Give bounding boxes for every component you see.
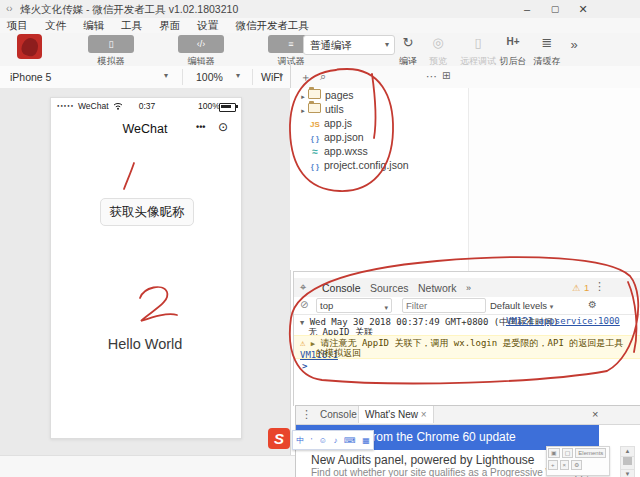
battery-percent: 100% xyxy=(198,101,220,111)
menu-settings[interactable]: 设置 xyxy=(197,18,218,33)
settings-gear-icon[interactable]: ⚙ xyxy=(588,299,597,310)
clear-console-icon[interactable]: ⊘ xyxy=(300,299,308,310)
dock-icon[interactable]: ▣ xyxy=(548,448,560,458)
compile-icon[interactable]: ↻ xyxy=(396,35,420,50)
ime-mode-icon[interactable]: 中 xyxy=(296,435,304,446)
tree-item-label: pages xyxy=(325,89,354,101)
capsule-home-icon[interactable]: ⊙ xyxy=(218,120,228,134)
scrollbar[interactable]: ▲ ▼ xyxy=(620,446,635,477)
ime-emoji-icon[interactable]: ☺ xyxy=(319,436,327,445)
tree-item-pages[interactable]: ▸pages xyxy=(290,88,468,102)
dock-elements-chip[interactable]: Elements xyxy=(575,448,606,458)
wxss-file-icon: ≈ xyxy=(308,145,322,159)
ime-toolbox-icon[interactable]: ▦ xyxy=(362,436,370,445)
scroll-down-icon[interactable]: ▼ xyxy=(621,469,634,477)
minimize-button[interactable]: – xyxy=(513,0,541,18)
tree-item-project-config[interactable]: { }project.config.json xyxy=(290,158,468,172)
sogou-ime-logo[interactable]: S xyxy=(268,428,290,449)
tree-item-app-js[interactable]: JSapp.js xyxy=(290,116,468,130)
clear-cache-icon[interactable]: ≣ xyxy=(532,35,562,50)
preview-icon[interactable]: ◎ xyxy=(426,35,450,50)
warning-icon[interactable]: ⚠ xyxy=(572,283,580,293)
menu-edit[interactable]: 编辑 xyxy=(83,18,104,33)
folder-icon xyxy=(308,103,321,113)
tab-console-bottom[interactable]: Console xyxy=(314,406,363,423)
menu-file[interactable]: 文件 xyxy=(45,18,66,33)
carrier-label: WeChat xyxy=(78,101,109,111)
simulator-toggle-button[interactable]: ▯ xyxy=(88,35,134,53)
log-source-link[interactable]: VM121 appservice:1000 xyxy=(506,316,620,326)
page-title: WeChat xyxy=(51,122,239,136)
menu-tools[interactable]: 工具 xyxy=(121,18,142,33)
get-avatar-button[interactable]: 获取头像昵称 xyxy=(100,198,194,226)
chevron-down-icon: ▾ xyxy=(384,301,388,314)
tree-item-label: app.js xyxy=(324,117,352,129)
scroll-up-icon[interactable]: ▲ xyxy=(621,447,634,457)
search-icon[interactable]: ⌕ xyxy=(320,70,326,83)
warning-count[interactable]: 1 xyxy=(584,282,589,293)
levels-value: Default levels xyxy=(490,300,547,311)
remote-debug-icon[interactable]: ▯ xyxy=(458,35,498,50)
tab-sources[interactable]: Sources xyxy=(370,281,409,297)
context-select[interactable]: top ▾ xyxy=(316,298,392,313)
close-button[interactable]: ✕ xyxy=(569,0,597,18)
dock-add-icon[interactable]: + xyxy=(548,460,558,470)
panel-menu-icon[interactable]: ⋮ xyxy=(301,408,312,421)
network-chevron-icon[interactable]: ▾ xyxy=(279,71,283,80)
tree-item-utils[interactable]: ▸utils xyxy=(290,102,468,116)
switch-background-icon[interactable]: H+ xyxy=(498,36,528,47)
editor-empty-area xyxy=(468,88,640,271)
devtools-console-panel: ⌖ Console Sources Network » ⚠ 1 ⋮ ⊘ top … xyxy=(293,271,640,406)
tab-whats-new[interactable]: What's New × xyxy=(358,406,434,423)
context-value: top xyxy=(320,300,333,311)
simulator-panel: ●●●●● WeChat 0:37 100% WeChat ••• ⊙ 获取头像… xyxy=(0,88,290,455)
audits-article-title[interactable]: New Audits panel, powered by Lighthouse xyxy=(311,453,534,467)
tab-network[interactable]: Network xyxy=(418,281,457,297)
close-panel-icon[interactable]: × xyxy=(592,408,598,420)
warning-text2: 的模拟返回 xyxy=(316,347,361,360)
device-bar-divider2 xyxy=(252,69,253,85)
dock-gear-icon[interactable]: ⚙ xyxy=(571,460,582,470)
expander-icon[interactable]: ▼ xyxy=(300,319,304,327)
menu-devtools[interactable]: 微信开发者工具 xyxy=(235,18,309,33)
window-title: 烽火文化传媒 - 微信开发者工具 v1.02.1803210 xyxy=(20,3,238,17)
device-selector[interactable]: iPhone 5 xyxy=(10,71,51,83)
tree-item-label: app.json xyxy=(324,131,364,143)
zoom-chevron-icon[interactable]: ▾ xyxy=(236,71,240,80)
scroll-thumb[interactable] xyxy=(623,457,632,465)
capsule-more-icon[interactable]: ••• xyxy=(196,122,205,132)
title-bar: ‹› 烽火文化传媒 - 微信开发者工具 v1.02.1803210 – ▢ ✕ xyxy=(0,0,640,19)
ime-keyboard-icon[interactable]: ⌨ xyxy=(344,436,356,445)
ime-punct-icon[interactable]: ' xyxy=(311,436,313,445)
toolbar-overflow-icon[interactable]: » xyxy=(566,37,582,52)
split-editor-icon[interactable]: ⊞ xyxy=(442,70,450,81)
expander-icon[interactable]: ▶ xyxy=(311,340,315,348)
console-prompt[interactable]: > xyxy=(302,361,307,371)
inspect-element-icon[interactable]: ⌖ xyxy=(300,281,306,294)
compile-mode-dropdown[interactable]: 普通编译 ▾ xyxy=(303,35,395,55)
close-tab-icon[interactable]: × xyxy=(421,409,427,420)
wifi-icon xyxy=(113,102,123,110)
dock-close-icon[interactable]: × xyxy=(560,460,570,470)
app-icon: ‹› xyxy=(6,3,13,14)
editor-toggle-button[interactable]: ‹/› xyxy=(178,35,224,53)
phone-nav-bar: WeChat ••• ⊙ xyxy=(51,118,239,140)
maximize-button[interactable]: ▢ xyxy=(541,0,569,18)
zoom-selector[interactable]: 100% xyxy=(196,71,223,83)
clock-label: 0:37 xyxy=(135,101,159,111)
menu-view[interactable]: 界面 xyxy=(159,18,180,33)
ime-voice-icon[interactable]: ♪ xyxy=(334,436,338,445)
explorer-more-icon[interactable]: ⋯ xyxy=(426,70,437,83)
tree-item-app-json[interactable]: { }app.json xyxy=(290,130,468,144)
warning-text: 请注意无 AppID 关联下，调用 wx.login 是受限的，API 的返回是… xyxy=(320,338,623,348)
levels-select[interactable]: Default levels ▾ xyxy=(490,300,553,311)
dock-icon[interactable]: ▢ xyxy=(562,448,574,458)
devtools-menu-icon[interactable]: ⋮ xyxy=(594,280,605,293)
menu-project[interactable]: 项目 xyxy=(7,18,28,33)
tree-item-app-wxss[interactable]: ≈app.wxss xyxy=(290,144,468,158)
wechat-devtools-window: ‹› 烽火文化传媒 - 微信开发者工具 v1.02.1803210 – ▢ ✕ … xyxy=(0,0,640,477)
device-chevron-icon[interactable]: ▾ xyxy=(164,71,168,80)
filter-input[interactable] xyxy=(402,298,486,313)
tabs-overflow-icon[interactable]: » xyxy=(466,281,471,297)
add-file-icon[interactable]: ＋ xyxy=(300,70,311,85)
